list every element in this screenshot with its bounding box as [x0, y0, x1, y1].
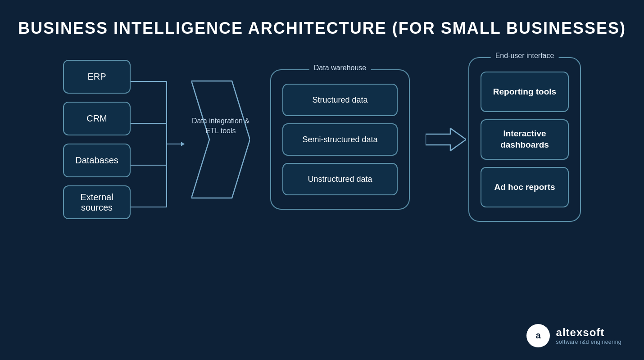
warehouse-section: Data warehouse Structured data Semi-stru…	[270, 69, 410, 210]
enduser-section: End-user interface Reporting tools Inter…	[468, 57, 581, 222]
enduser-outer: End-user interface Reporting tools Inter…	[468, 57, 581, 222]
warehouse-label: Data warehouse	[309, 64, 371, 72]
enduser-reporting: Reporting tools	[481, 72, 569, 112]
warehouse-unstructured: Unstructured data	[282, 163, 398, 195]
source-column: ERP CRM Databases External sources	[63, 60, 131, 219]
logo-sub: software r&d engineering	[556, 339, 621, 345]
etl-label: Data integration & ETL tools	[191, 116, 250, 136]
logo-icon: a	[526, 324, 550, 347]
svg-marker-7	[191, 81, 250, 198]
svg-marker-8	[426, 128, 466, 151]
warehouse-structured: Structured data	[282, 84, 398, 116]
source-crm: CRM	[63, 102, 131, 135]
logo-text: altexsoft software r&d engineering	[556, 326, 621, 345]
svg-text:a: a	[535, 330, 541, 340]
source-databases: Databases	[63, 144, 131, 177]
page-title: BUSINESS INTELLIGENCE ARCHITECTURE (FOR …	[0, 0, 644, 52]
source-external: External sources	[63, 185, 131, 219]
logo-section: a altexsoft software r&d engineering	[526, 324, 621, 347]
logo-name: altexsoft	[556, 326, 621, 339]
svg-marker-6	[181, 142, 185, 146]
middle-arrow	[423, 126, 468, 153]
etl-section: Data integration & ETL tools	[185, 56, 257, 223]
enduser-adhoc: Ad hoc reports	[481, 167, 569, 207]
enduser-label: End-user interface	[491, 52, 559, 60]
diagram: ERP CRM Databases External sources Data	[0, 56, 644, 223]
connector-lines	[131, 56, 185, 223]
source-erp: ERP	[63, 60, 131, 94]
warehouse-outer: Data warehouse Structured data Semi-stru…	[270, 69, 410, 210]
warehouse-semi-structured: Semi-structured data	[282, 123, 398, 156]
enduser-dashboards: Interactive dashboards	[481, 119, 569, 160]
